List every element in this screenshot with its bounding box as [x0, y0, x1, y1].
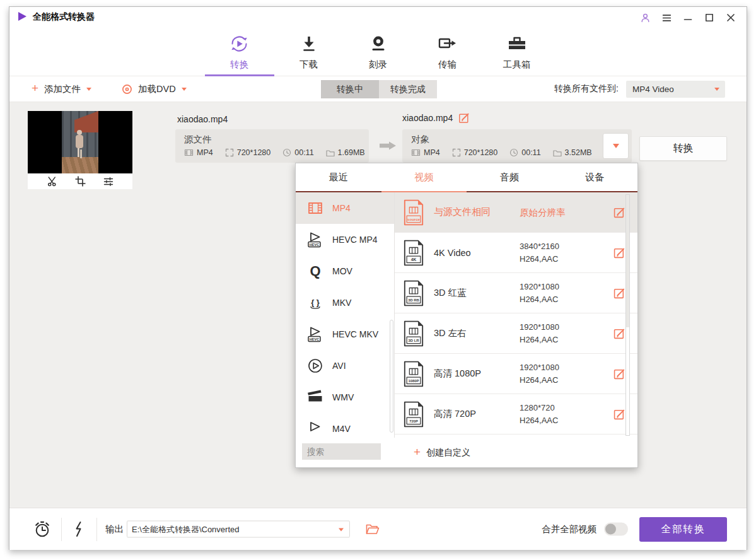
output-path-dropdown[interactable] [127, 521, 350, 538]
hevc-play-icon: HEVC [306, 231, 324, 248]
tab-finished[interactable]: 转换完成 [379, 80, 437, 98]
popup-tab-device[interactable]: 设备 [552, 163, 638, 191]
svg-text:source: source [407, 218, 420, 221]
user-account-icon[interactable] [639, 12, 651, 23]
format-label: WMV [332, 392, 354, 402]
preset-codec: H264,AAC [520, 253, 559, 265]
preset-row-hd-720p[interactable]: 720P 高清 720P 1280*720 H264,AAC [395, 394, 637, 435]
clock-icon [282, 148, 291, 157]
format-item-mkv[interactable]: { } MKV [296, 287, 394, 318]
tab-download-label: 下载 [299, 59, 318, 71]
tab-convert[interactable]: 转换 [205, 26, 274, 76]
format-item-avi[interactable]: AVI [296, 350, 394, 382]
format-label: HEVC MKV [332, 329, 378, 339]
format-item-m4v[interactable]: M4V [296, 413, 394, 438]
file-format-icon: 1080P [403, 361, 424, 387]
add-file-label: 添加文件 [44, 83, 81, 95]
popup-tab-audio[interactable]: 音频 [467, 163, 552, 191]
source-file-name: xiaodao.mp4 [177, 114, 228, 124]
svg-text:3D RB: 3D RB [408, 298, 419, 302]
format-list-scrollbar[interactable] [390, 320, 393, 433]
output-format-dropdown[interactable]: MP4 Video [626, 81, 725, 98]
clip-tools [28, 173, 132, 189]
maximize-icon[interactable] [704, 12, 715, 23]
high-speed-lightning-icon[interactable] [72, 521, 86, 537]
popup-tab-recent[interactable]: 最近 [296, 163, 381, 191]
tab-download[interactable]: 下载 [274, 26, 344, 76]
svg-text:720P: 720P [409, 419, 418, 423]
expand-corners-icon [225, 148, 234, 157]
format-item-hevc-mp4[interactable]: HEVC HEVC MP4 [296, 224, 394, 255]
mp4-filmstrip-icon [306, 199, 324, 217]
tab-toolbox[interactable]: 工具箱 [482, 26, 552, 76]
open-folder-icon[interactable] [366, 523, 380, 535]
app-logo-icon [18, 12, 26, 21]
folder-icon [553, 149, 562, 157]
edit-preset-icon[interactable] [614, 408, 625, 420]
adjust-sliders-icon[interactable] [103, 177, 114, 187]
quicktime-q-icon: Q [306, 262, 324, 280]
preset-row-3d-leftright[interactable]: 3D LR 3D 左右 1920*1080 H264,AAC [395, 313, 637, 354]
alarm-clock-icon[interactable] [33, 520, 51, 538]
format-item-mp4[interactable]: MP4 [296, 192, 394, 224]
tab-transfer[interactable]: 传输 [413, 26, 482, 76]
convert-all-button[interactable]: 全部转换 [639, 517, 727, 542]
edit-preset-icon[interactable] [614, 287, 625, 299]
trim-scissors-icon[interactable] [47, 176, 58, 187]
svg-text:HEVC: HEVC [310, 243, 319, 247]
target-format-dropdown-button[interactable] [603, 133, 629, 159]
format-label: HEVC MP4 [332, 235, 378, 245]
format-label: MP4 [332, 203, 351, 213]
preset-resolution: 3840*2160 [520, 240, 559, 253]
tab-burn[interactable]: 刻录 [344, 26, 413, 76]
download-arrow-icon [299, 33, 319, 54]
main-nav: 转换 下载 刻录 [9, 26, 747, 76]
resolution-info: 720*1280 [225, 148, 271, 157]
chevron-down-icon [714, 88, 719, 91]
convert-loop-play-icon [229, 33, 250, 54]
edit-preset-icon[interactable] [614, 368, 625, 380]
format-item-wmv[interactable]: WMV [296, 382, 394, 413]
merge-all-videos-label: 合并全部视频 [542, 523, 596, 535]
minimize-icon[interactable] [682, 12, 694, 23]
load-dvd-button[interactable]: 加载DVD [122, 76, 187, 102]
create-custom-button[interactable]: + 创建自定义 [414, 438, 470, 467]
size-info: 1.69MB [326, 148, 365, 157]
video-thumbnail-card [28, 111, 132, 189]
format-item-hevc-mkv[interactable]: HEVC HEVC MKV [296, 318, 394, 350]
search-input[interactable] [302, 443, 381, 460]
merge-toggle[interactable] [604, 523, 628, 536]
preset-codec: H264,AAC [520, 334, 559, 346]
add-file-button[interactable]: + 添加文件 [32, 76, 91, 102]
menu-icon[interactable] [661, 12, 672, 23]
svg-text:Q: Q [310, 263, 320, 279]
edit-preset-icon[interactable] [614, 206, 625, 218]
preset-resolution: 1920*1080 [520, 281, 559, 293]
preset-row-hd-1080p[interactable]: 1080P 高清 1080P 1920*1080 H264,AAC [395, 354, 637, 394]
tab-converting[interactable]: 转换中 [321, 80, 379, 98]
svg-text:3D LR: 3D LR [409, 339, 420, 342]
transfer-device-icon [437, 33, 458, 54]
close-icon[interactable] [725, 12, 736, 23]
output-path-input[interactable] [127, 522, 349, 537]
preset-row-4k[interactable]: 4K 4K Video 3840*2160 H264,AAC [395, 233, 637, 273]
preset-row-3d-redblue[interactable]: 3D RB 3D 红蓝 1920*1080 H264,AAC [395, 273, 637, 313]
video-frame [62, 111, 98, 173]
edit-preset-icon[interactable] [614, 327, 625, 339]
preset-codec: H264,AAC [520, 414, 558, 427]
crop-icon[interactable] [75, 176, 86, 187]
target-file-name: xiaodao.mp4 [402, 113, 453, 123]
target-panel-title: 对象 [411, 134, 429, 146]
popup-tab-video[interactable]: 视频 [381, 163, 467, 191]
video-thumbnail[interactable] [28, 111, 132, 173]
preset-row-same-as-source[interactable]: source 与源文件相同 原始分辨率 [395, 192, 637, 233]
rename-edit-icon[interactable] [458, 112, 470, 124]
format-item-mov[interactable]: Q MOV [296, 255, 394, 287]
divider [96, 518, 97, 541]
edit-preset-icon[interactable] [614, 247, 625, 259]
format-label: AVI [332, 361, 346, 371]
file-format-icon: 720P [403, 401, 424, 428]
preset-resolution: 1920*1080 [520, 361, 559, 374]
preset-list-scrollbar[interactable] [625, 194, 630, 436]
convert-button[interactable]: 转换 [639, 136, 727, 161]
